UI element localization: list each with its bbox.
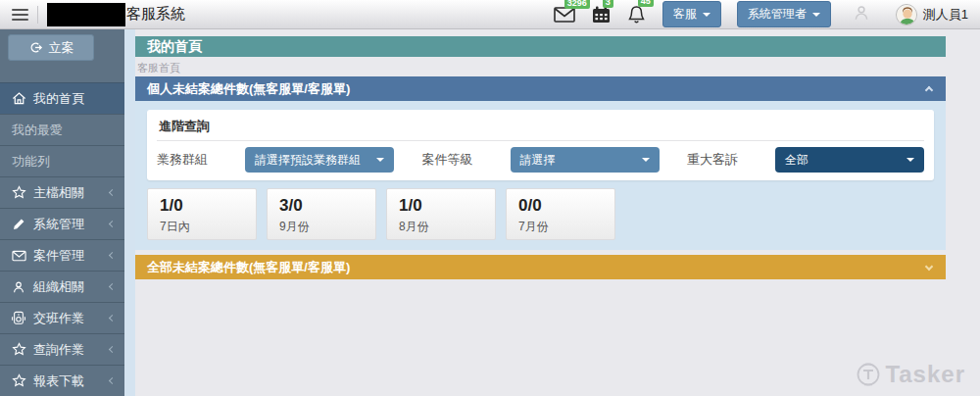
sidebar-item-7[interactable]: 交班作業 [0,302,124,333]
all-panel-header[interactable]: 全部未結案總件數(無客服單/客服單) [135,255,946,279]
caret-down-icon [376,158,384,162]
create-case-button[interactable]: 立案 [8,34,94,61]
filter-label: 案件等級 [422,151,511,169]
sidebar: 立案 我的首頁我的最愛功能列主檔相關系統管理案件管理組織相關交班作業查詢作業報表… [0,29,124,396]
all-panel-title: 全部未結案總件數(無客服單/客服單) [147,260,350,274]
create-case-label: 立案 [49,39,74,57]
chevron-left-icon [109,221,116,227]
chevron-left-icon [109,189,116,196]
filter-pair-1: 案件等級請選擇 [422,147,660,173]
filter-label: 業務群組 [157,151,245,169]
filter-dropdown-value: 請選擇預設業務群組 [255,152,361,169]
caret-down-icon [642,158,650,162]
sidebar-item-label: 交班作業 [33,310,84,327]
chevron-left-icon [109,315,116,322]
filter-dropdown-0[interactable]: 請選擇預設業務群組 [245,147,394,173]
caret-down-icon [703,13,710,17]
page-title: 我的首頁 [135,36,946,57]
sidebar-item-label: 我的最愛 [12,122,63,139]
bell-icon [627,5,646,24]
star-icon [12,185,33,200]
profile-outline-icon[interactable] [853,4,870,25]
filter-dropdown-2[interactable]: 全部 [775,147,924,173]
calendar-icon [592,6,611,24]
sidebar-item-label: 案件管理 [33,247,84,265]
calendar-button[interactable]: 3 [592,6,611,24]
chevron-left-icon [109,252,116,259]
notifications-button[interactable]: 45 [627,5,646,24]
sidebar-item-5[interactable]: 案件管理 [0,239,124,271]
breadcrumb: 客服首頁 [135,57,946,76]
chevron-left-icon [109,346,116,353]
stat-label: 7月份 [518,219,603,235]
filter-row: 業務群組請選擇預設業務群組案件等級請選擇重大客訴全部 [157,147,924,173]
stat-card-2: 1/08月份 [386,188,496,240]
sidebar-item-0[interactable]: 我的首頁 [0,82,124,114]
left-gutter [124,29,135,396]
sidebar-item-1[interactable]: 我的最愛 [0,114,124,145]
sidebar-item-label: 報表下載 [33,372,84,390]
stat-value: 3/0 [279,196,364,216]
pencil-icon [12,218,33,231]
topbar: 客服系統 3296 3 45 客服 系統管理者 測人員1 [0,0,980,29]
username: 測人員1 [923,6,968,24]
personal-panel-body: 進階查詢 業務群組請選擇預設業務群組案件等級請選擇重大客訴全部 1/07日內3/… [135,101,946,250]
tasker-logo-icon [856,362,881,387]
stat-card-3: 0/07月份 [506,188,615,240]
advanced-search-card: 進階查詢 業務群組請選擇預設業務群組案件等級請選擇重大客訴全部 [147,110,934,180]
home-icon [12,91,33,106]
sidebar-item-label: 我的首頁 [33,90,84,108]
advanced-search-title: 進階查詢 [157,116,924,141]
sidebar-item-4[interactable]: 系統管理 [0,208,124,239]
chevron-left-icon [109,377,116,384]
filter-dropdown-value: 全部 [785,152,808,169]
menu-toggle-icon[interactable] [12,9,28,21]
sidebar-item-label: 主檔相關 [33,184,84,202]
logo-redacted [47,3,125,26]
chevron-left-icon [109,283,116,290]
mail-button[interactable]: 3296 [554,7,575,23]
filter-pair-0: 業務群組請選擇預設業務群組 [157,147,394,173]
sidebar-item-label: 功能列 [12,153,50,171]
mail-icon [554,7,575,23]
personal-panel-header[interactable]: 個人未結案總件數(無客服單/客服單) [135,76,946,101]
stat-card-1: 3/09月份 [267,188,376,240]
sidebar-item-3[interactable]: 主檔相關 [0,176,124,208]
filter-dropdown-value: 請選擇 [520,152,556,169]
sidebar-item-6[interactable]: 組織相關 [0,271,124,302]
stat-label: 7日內 [160,219,244,235]
stat-card-0: 1/07日內 [147,188,257,240]
role-dropdown-button[interactable]: 客服 [662,1,721,27]
filter-dropdown-1[interactable]: 請選擇 [511,147,660,173]
filter-label: 重大客訴 [687,151,775,169]
stat-value: 1/0 [399,196,483,216]
chevron-up-icon [925,86,933,94]
sidebar-item-label: 系統管理 [33,216,84,233]
bell-badge: 45 [638,0,654,7]
admin-dropdown-label: 系統管理者 [748,6,807,23]
mail-badge: 3296 [564,0,590,9]
stats-row: 1/07日內3/09月份1/08月份0/07月份 [147,188,934,240]
watermark-text: Tasker [885,361,965,388]
chevron-down-icon [925,263,933,271]
star-icon [12,373,33,388]
sidebar-item-8[interactable]: 查詢作業 [0,333,124,365]
star-icon [12,342,33,357]
personal-panel-title: 個人未結案總件數(無客服單/客服單) [147,81,350,96]
sidebar-item-9[interactable]: 報表下載 [0,365,124,396]
calendar-badge: 3 [603,0,613,8]
stat-label: 8月份 [399,219,483,235]
caret-down-icon [906,158,914,162]
filter-pair-2: 重大客訴全部 [687,147,924,173]
stat-value: 0/0 [518,196,603,216]
admin-dropdown-button[interactable]: 系統管理者 [737,1,831,27]
role-dropdown-label: 客服 [673,6,697,23]
stat-value: 1/0 [160,196,244,216]
app-title: 客服系統 [126,5,185,24]
person-icon [12,280,33,294]
user-avatar[interactable] [896,4,917,25]
envelope-icon [12,250,33,262]
topbar-divider [37,6,38,24]
main-content: 我的首頁 客服首頁 個人未結案總件數(無客服單/客服單) 進階查詢 業務群組請選… [124,29,980,396]
sidebar-item-2[interactable]: 功能列 [0,145,124,176]
